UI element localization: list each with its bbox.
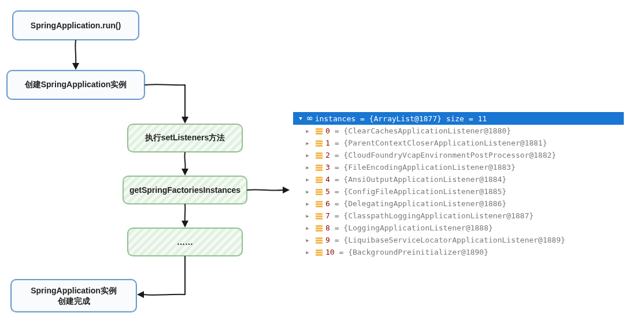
svg-rect-17 bbox=[316, 169, 323, 171]
svg-rect-13 bbox=[316, 155, 323, 157]
chevron-right-icon: ▶ bbox=[304, 201, 312, 207]
debugger-item[interactable]: ▶10 = {BackgroundPreinitializer@1890} bbox=[293, 246, 624, 258]
svg-rect-38 bbox=[316, 254, 323, 256]
debugger-item[interactable]: ▶9 = {LiquibaseServiceLocatorApplication… bbox=[293, 234, 624, 246]
svg-rect-9 bbox=[316, 140, 323, 142]
node-create-instance: 创建SpringApplication实例 bbox=[6, 70, 145, 100]
chevron-right-icon: ▶ bbox=[304, 237, 312, 243]
svg-rect-32 bbox=[316, 230, 323, 232]
chevron-right-icon: ▶ bbox=[304, 249, 312, 255]
node-spring-run: SpringApplication.run() bbox=[12, 10, 139, 40]
node-ellipsis: …… bbox=[127, 228, 243, 256]
svg-marker-1 bbox=[182, 117, 188, 124]
item-index: 7 bbox=[325, 211, 330, 220]
debugger-item[interactable]: ▶4 = {AnsiOutputApplicationListener@1884… bbox=[293, 173, 624, 185]
svg-rect-10 bbox=[316, 143, 323, 144]
chevron-right-icon: ▶ bbox=[304, 152, 312, 158]
svg-marker-0 bbox=[72, 63, 79, 70]
svg-rect-26 bbox=[316, 206, 323, 207]
chevron-down-icon: ▼ bbox=[297, 116, 305, 121]
item-index: 0 bbox=[325, 126, 330, 135]
svg-rect-22 bbox=[316, 191, 323, 193]
svg-marker-2 bbox=[182, 169, 188, 176]
debugger-item[interactable]: ▶5 = {ConfigFileApplicationListener@1885… bbox=[293, 185, 624, 198]
item-value: = {BackgroundPreinitializer@1890} bbox=[339, 248, 488, 256]
svg-rect-31 bbox=[316, 228, 323, 229]
debugger-item[interactable]: ▶7 = {ClasspathLoggingApplicationListene… bbox=[293, 210, 624, 222]
list-element-icon bbox=[315, 200, 323, 208]
debugger-item[interactable]: ▶6 = {DelegatingApplicationListener@1886… bbox=[293, 198, 624, 210]
svg-rect-15 bbox=[316, 165, 323, 166]
infinity-icon: ∞ bbox=[307, 114, 313, 123]
svg-rect-35 bbox=[316, 242, 323, 244]
item-value: = {ClasspathLoggingApplicationListener@1… bbox=[335, 211, 534, 220]
node-set-listeners: 执行setListeners方法 bbox=[127, 124, 243, 152]
svg-rect-23 bbox=[316, 193, 323, 195]
list-element-icon bbox=[315, 176, 323, 184]
debugger-items: ▶0 = {ClearCachesApplicationListener@188… bbox=[293, 125, 624, 258]
svg-rect-25 bbox=[316, 203, 323, 205]
node-get-factories: getSpringFactoriesInstances bbox=[123, 176, 247, 204]
chevron-right-icon: ▶ bbox=[304, 128, 312, 134]
item-value: = {ClearCachesApplicationListener@1880} bbox=[335, 126, 511, 135]
node-label: …… bbox=[177, 237, 193, 247]
node-label: 执行setListeners方法 bbox=[145, 133, 225, 143]
svg-rect-6 bbox=[316, 128, 323, 130]
chevron-right-icon: ▶ bbox=[304, 189, 312, 195]
item-value: = {AnsiOutputApplicationListener@1884} bbox=[335, 175, 506, 184]
svg-rect-34 bbox=[316, 240, 323, 241]
chevron-right-icon: ▶ bbox=[304, 140, 312, 146]
list-element-icon bbox=[315, 188, 323, 196]
item-value: = {ParentContextCloserApplicationListene… bbox=[335, 139, 547, 147]
item-index: 4 bbox=[325, 175, 330, 184]
item-index: 5 bbox=[325, 187, 330, 196]
list-element-icon bbox=[315, 151, 323, 159]
chevron-right-icon: ▶ bbox=[304, 225, 312, 231]
debugger-item[interactable]: ▶0 = {ClearCachesApplicationListener@188… bbox=[293, 125, 624, 137]
svg-rect-21 bbox=[316, 189, 323, 191]
svg-rect-24 bbox=[316, 201, 323, 203]
debugger-item[interactable]: ▶1 = {ParentContextCloserApplicationList… bbox=[293, 137, 624, 149]
svg-rect-19 bbox=[316, 179, 323, 181]
svg-rect-12 bbox=[316, 152, 323, 154]
svg-rect-27 bbox=[316, 213, 323, 215]
svg-marker-5 bbox=[283, 187, 290, 193]
node-label: SpringApplication.run() bbox=[31, 21, 121, 30]
item-value: = {ConfigFileApplicationListener@1885} bbox=[335, 187, 506, 196]
svg-rect-7 bbox=[316, 131, 323, 132]
svg-rect-28 bbox=[316, 215, 323, 217]
item-value: = {LoggingApplicationListener@1888} bbox=[335, 224, 493, 232]
debugger-var-name: instances bbox=[315, 114, 356, 123]
node-label: getSpringFactoriesInstances bbox=[129, 185, 240, 195]
svg-rect-18 bbox=[316, 177, 323, 178]
debugger-panel: ▼ ∞ instances = {ArrayList@1877} size = … bbox=[293, 112, 624, 258]
svg-rect-11 bbox=[316, 145, 323, 147]
debugger-item[interactable]: ▶3 = {FileEncodingApplicationListener@18… bbox=[293, 161, 624, 173]
node-label: 创建SpringApplication实例 bbox=[25, 80, 127, 90]
item-index: 6 bbox=[325, 199, 330, 208]
debugger-var-value: = {ArrayList@1877} size = 11 bbox=[360, 114, 487, 123]
list-element-icon bbox=[315, 248, 323, 256]
svg-marker-3 bbox=[182, 221, 188, 228]
svg-rect-33 bbox=[316, 237, 323, 239]
node-creation-done: SpringApplication实例 创建完成 bbox=[10, 279, 137, 312]
svg-rect-14 bbox=[316, 157, 323, 159]
list-element-icon bbox=[315, 127, 323, 135]
item-index: 9 bbox=[325, 236, 330, 244]
debugger-header[interactable]: ▼ ∞ instances = {ArrayList@1877} size = … bbox=[293, 112, 624, 125]
svg-rect-16 bbox=[316, 167, 323, 169]
item-index: 8 bbox=[325, 224, 330, 232]
debugger-item[interactable]: ▶8 = {LoggingApplicationListener@1888} bbox=[293, 222, 624, 234]
chevron-right-icon: ▶ bbox=[304, 213, 312, 219]
item-index: 1 bbox=[325, 139, 330, 147]
debugger-item[interactable]: ▶2 = {CloudFoundryVcapEnvironmentPostPro… bbox=[293, 149, 624, 161]
item-index: 2 bbox=[325, 151, 330, 159]
item-value: = {DelegatingApplicationListener@1886} bbox=[335, 199, 506, 208]
list-element-icon bbox=[315, 163, 323, 172]
svg-marker-4 bbox=[137, 291, 144, 298]
svg-rect-20 bbox=[316, 181, 323, 183]
item-value: = {LiquibaseServiceLocatorApplicationLis… bbox=[335, 236, 565, 244]
svg-rect-29 bbox=[316, 218, 323, 219]
item-value: = {CloudFoundryVcapEnvironmentPostProces… bbox=[335, 151, 557, 159]
item-index: 10 bbox=[325, 248, 335, 256]
